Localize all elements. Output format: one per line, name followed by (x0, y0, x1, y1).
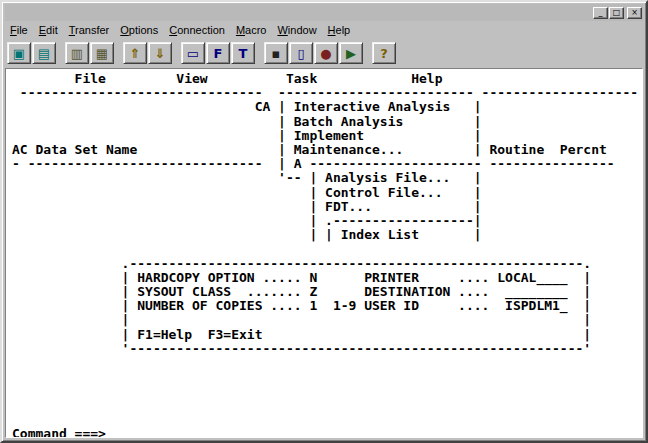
terminal-screen[interactable]: File View Task Help --------------------… (5, 68, 643, 438)
help-icon: ? (380, 46, 388, 61)
print-screen-icon: ▭ (187, 46, 199, 61)
menu-options[interactable]: Options (115, 23, 164, 37)
session-open-button[interactable]: ▤ (32, 42, 56, 64)
menu-file[interactable]: File (5, 23, 34, 37)
session-open-icon: ▤ (38, 46, 50, 61)
quickpad-button[interactable]: ▯ (289, 42, 313, 64)
text-settings-button[interactable]: T (231, 42, 255, 64)
session-new-button[interactable]: ▣ (7, 42, 31, 64)
keyboard-map-button[interactable]: ▪ (264, 42, 288, 64)
session-new-icon: ▣ (13, 46, 25, 61)
receive-file-icon: ⇓ (155, 46, 166, 61)
macro-play-button[interactable]: ▶ (339, 42, 363, 64)
menubar: File Edit Transfer Options Connection Ma… (2, 21, 646, 38)
close-button[interactable]: × (627, 7, 642, 19)
menu-edit[interactable]: Edit (34, 23, 64, 37)
hotspots-icon: ● (320, 46, 331, 61)
menu-connection[interactable]: Connection (164, 23, 231, 37)
edit-paste-button[interactable]: ▦ (90, 42, 114, 64)
menu-help[interactable]: Help (323, 23, 357, 37)
edit-copy-icon: ▥ (71, 46, 83, 61)
receive-file-button[interactable]: ⇓ (148, 42, 172, 64)
send-file-icon: ⇑ (130, 46, 141, 61)
menu-macro[interactable]: Macro (231, 23, 273, 37)
hotspots-button[interactable]: ● (314, 42, 338, 64)
edit-paste-icon: ▦ (96, 46, 108, 61)
send-file-button[interactable]: ⇑ (123, 42, 147, 64)
macro-play-icon: ▶ (346, 46, 356, 61)
edit-copy-button[interactable]: ▥ (65, 42, 89, 64)
maximize-button[interactable]: □ (609, 7, 624, 19)
menu-window[interactable]: Window (272, 23, 322, 37)
font-settings-icon: F (214, 46, 223, 61)
minimize-button[interactable]: _ (593, 7, 608, 19)
text-settings-icon: T (239, 46, 248, 61)
toolbar: ▣ ▤ ▥ ▦ ⇑ ⇓ ▭ F T ▪ ▯ ● ▶ ? (2, 38, 646, 68)
font-settings-button[interactable]: F (206, 42, 230, 64)
menu-transfer[interactable]: Transfer (64, 23, 116, 37)
print-screen-button[interactable]: ▭ (181, 42, 205, 64)
titlebar[interactable]: _ □ × (5, 4, 643, 21)
help-button[interactable]: ? (372, 42, 396, 64)
terminal-text: File View Task Help --------------------… (6, 69, 642, 438)
quickpad-icon: ▯ (297, 46, 304, 61)
emulator-window: _ □ × File Edit Transfer Options Connect… (0, 0, 648, 443)
keyboard-map-icon: ▪ (272, 46, 281, 61)
